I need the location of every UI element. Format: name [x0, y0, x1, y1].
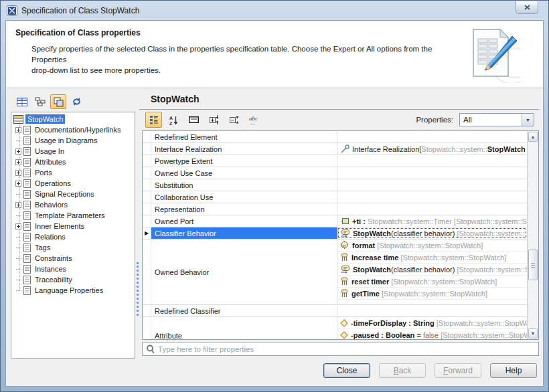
tree-item-usage-in[interactable]: Usage In — [13, 146, 135, 157]
tree-item-usage-in-diagrams[interactable]: Usage in Diagrams — [13, 135, 135, 146]
header-description-line2: drop-down list to see more properties. — [31, 65, 460, 76]
owned-behavior-item[interactable]: reset timer [Stopwatch::system::StopWatc… — [337, 276, 527, 288]
property-value[interactable] — [337, 203, 527, 215]
property-name[interactable]: Powertype Extent — [151, 155, 337, 167]
property-name[interactable]: Owned Use Case — [151, 167, 337, 179]
chevron-down-icon[interactable]: ▼ — [522, 114, 534, 126]
property-value[interactable] — [337, 179, 527, 191]
properties-dropdown-value: All — [463, 116, 472, 124]
property-value[interactable] — [337, 191, 527, 203]
property-name[interactable]: Interface Realization — [151, 143, 337, 155]
expand-plus-icon[interactable] — [15, 127, 21, 133]
scroll-down-icon[interactable]: ▼ — [528, 328, 538, 338]
tree-item-traceability[interactable]: Traceability — [13, 274, 135, 285]
property-value[interactable] — [337, 131, 527, 142]
table-row: Redefined Element — [143, 131, 527, 143]
property-name[interactable]: Redefined Element — [151, 131, 337, 142]
property-name[interactable]: Collaboration Use — [151, 191, 337, 203]
property-name[interactable]: Substitution — [151, 179, 337, 191]
tree-item-tags[interactable]: Tags — [13, 242, 135, 253]
tree-connector — [16, 248, 21, 248]
tree-item-constraints[interactable]: Constraints — [13, 253, 135, 264]
show-description-icon[interactable] — [185, 112, 202, 128]
property-value[interactable] — [337, 167, 527, 179]
panel-splitter[interactable] — [137, 262, 139, 316]
tree-item-relations[interactable]: Relations — [13, 231, 135, 242]
tree-item-ports[interactable]: Ports — [13, 167, 135, 178]
expand-plus-icon[interactable] — [15, 202, 21, 208]
collapse-nodes-icon[interactable] — [226, 112, 242, 128]
property-value[interactable]: Interface Realization[Stopwatch::system:… — [337, 143, 527, 155]
expand-plus-icon[interactable] — [15, 149, 21, 155]
owned-behavior-item[interactable]: getTime [Stopwatch::system::StopWatch] — [337, 288, 527, 300]
left-panel: StopWatch Documentation/Hyperlinks Usage… — [11, 94, 135, 359]
header-description-line1: Specify properties of the selected Class… — [31, 43, 460, 65]
tree-item-documentation[interactable]: Documentation/Hyperlinks — [13, 124, 135, 135]
expand-plus-icon[interactable] — [15, 159, 21, 165]
property-name[interactable]: Classifier Behavior — [151, 227, 337, 239]
stacked-panels-icon[interactable] — [50, 94, 66, 109]
window-title: Specification of Class StopWatch — [21, 6, 139, 15]
property-value[interactable] — [337, 155, 527, 167]
scroll-up-icon[interactable]: ▲ — [528, 132, 538, 142]
refresh-icon[interactable] — [68, 94, 84, 109]
page-icon — [23, 254, 31, 263]
table-view-icon[interactable] — [14, 94, 30, 109]
tree-item-operations[interactable]: Operations — [13, 178, 135, 189]
table-row: Redefined Classifier — [143, 305, 527, 317]
table-row: Owned Behavior xy format [Stopwatch::sys… — [143, 239, 527, 305]
help-button[interactable]: Help — [490, 363, 537, 378]
back-button[interactable]: Back — [379, 363, 426, 378]
specification-tree: StopWatch Documentation/Hyperlinks Usage… — [11, 112, 135, 359]
table-row: Owned Use Case — [143, 167, 527, 179]
tree-children: Documentation/Hyperlinks Usage in Diagra… — [13, 124, 135, 296]
tree-item-attributes[interactable]: Attributes — [13, 157, 135, 167]
forward-button[interactable]: Forward — [435, 363, 481, 378]
property-value-list: -timeForDisplay : String [Stopwatch::sys… — [337, 317, 527, 339]
property-name[interactable]: Attribute — [151, 317, 337, 339]
tree-item-label: StopWatch — [25, 114, 65, 124]
page-icon — [23, 265, 31, 274]
close-window-button[interactable] — [516, 1, 538, 14]
property-name[interactable]: Redefined Classifier — [151, 305, 337, 316]
filter-properties-input[interactable] — [158, 345, 535, 353]
property-value[interactable]: StopWatch(classifier behavior) [Stopwatc… — [337, 227, 527, 239]
owned-behavior-item[interactable]: xy format [Stopwatch::system::StopWatch] — [337, 239, 527, 252]
expand-plus-icon[interactable] — [15, 181, 21, 187]
tree-item-template-parameters[interactable]: Template Parameters — [13, 210, 135, 221]
property-value[interactable] — [337, 305, 527, 316]
sort-alphabetically-icon[interactable]: AZ — [165, 112, 182, 128]
show-full-names-icon[interactable]: abc... — [246, 112, 262, 128]
tree-item-signal-receptions[interactable]: Signal Receptions — [13, 189, 135, 199]
table-scrollbar[interactable]: ▲ ▼ — [527, 131, 538, 339]
property-name[interactable]: Owned Port — [151, 215, 337, 227]
tree-item-language-properties[interactable]: Language Properties — [13, 285, 135, 296]
property-value[interactable]: +ti : Stopwatch::system::Timer [Stopwatc… — [337, 215, 527, 227]
titlebar[interactable]: Specification of Class StopWatch — [1, 1, 548, 20]
tree-item-instances[interactable]: Instances — [13, 264, 135, 274]
tree-item-inner-elements[interactable]: Inner Elements — [13, 221, 135, 231]
attribute-item[interactable]: -paused : Boolean = false [Stopwatch::sy… — [337, 329, 527, 339]
categorized-view-icon[interactable] — [145, 112, 162, 128]
expand-plus-icon[interactable] — [15, 170, 21, 176]
tree-structure-icon[interactable] — [32, 94, 48, 109]
owned-behavior-item[interactable]: StopWatch(classifier behavior) [Stopwatc… — [337, 264, 527, 276]
owned-behavior-item[interactable]: Increase time [Stopwatch::system::StopWa… — [337, 252, 527, 264]
properties-dropdown[interactable]: All ▼ — [459, 113, 534, 126]
tree-connector — [16, 269, 21, 270]
scrollbar-thumb[interactable] — [528, 250, 538, 280]
expand-plus-icon[interactable] — [15, 223, 21, 229]
svg-text:A: A — [169, 116, 173, 120]
expand-nodes-icon[interactable] — [206, 112, 222, 128]
specification-dialog: Specification of Class StopWatch Specifi… — [0, 0, 549, 392]
property-name[interactable]: Representation — [151, 203, 337, 215]
attribute-icon — [340, 319, 348, 327]
close-button[interactable]: Close — [323, 363, 370, 378]
tree-item-stopwatch[interactable]: StopWatch — [13, 114, 135, 124]
attribute-item[interactable]: -timeForDisplay : String [Stopwatch::sys… — [337, 317, 527, 329]
state-machine-icon — [340, 229, 350, 237]
tree-item-behaviors[interactable]: Behaviors — [13, 199, 135, 210]
property-name[interactable]: Owned Behavior — [151, 239, 337, 304]
properties-table: Redefined Element Interface Realization … — [142, 130, 539, 340]
dialog-content: StopWatch Documentation/Hyperlinks Usage… — [6, 88, 543, 359]
